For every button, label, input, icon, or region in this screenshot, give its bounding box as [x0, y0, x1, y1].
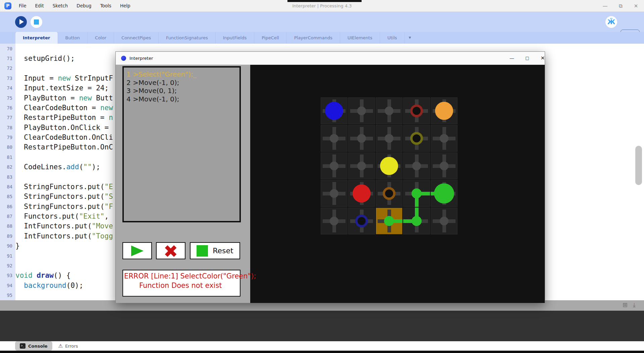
bottom-edge [0, 351, 644, 353]
brown-ring-icon [383, 187, 395, 200]
tab-inputfields[interactable]: InputFields [215, 32, 254, 44]
pipe-cell[interactable] [376, 208, 402, 234]
pipe-cell[interactable] [403, 208, 430, 234]
screen-edge-artifact [287, 0, 362, 2]
line-number: 91 [0, 253, 15, 259]
pipe-cell[interactable] [431, 152, 458, 179]
interpreter-clear-button[interactable] [156, 242, 185, 259]
pipe-cell[interactable] [348, 125, 375, 152]
interpreter-reset-button[interactable]: Reset [190, 242, 240, 259]
console-autoscroll-icon[interactable]: ⤓ [633, 301, 636, 309]
sketch-app-icon [121, 56, 126, 61]
code-text: PlayButton = new Butt [15, 94, 113, 102]
line-number: 95 [0, 293, 15, 298]
pipe-center-dot [384, 216, 394, 226]
pipe-cell[interactable] [403, 97, 430, 124]
code-text: Input = new StrInputF [15, 74, 113, 82]
line-number: 90 [0, 243, 15, 249]
pipe-center-dot [330, 217, 338, 225]
tab-utils[interactable]: Utils [380, 32, 405, 44]
green-square-icon [197, 245, 208, 257]
pipe-cell[interactable] [403, 125, 430, 152]
line-number: 92 [0, 263, 15, 268]
play-icon [19, 19, 24, 25]
pipe-cell[interactable] [348, 152, 375, 179]
line-number: 86 [0, 204, 15, 209]
sketch-minimize-icon[interactable]: — [507, 52, 517, 65]
pipe-center-dot [330, 189, 338, 198]
pipe-cell[interactable] [403, 180, 430, 207]
pipe-cell[interactable] [376, 125, 402, 152]
code-text: StringFunctors.put("E [15, 183, 113, 191]
warning-icon: ⚠ [58, 343, 63, 349]
tab-color[interactable]: Color [87, 32, 114, 44]
pipe-cell[interactable] [376, 152, 402, 179]
error-message-box: ERROR [Line:1] SelectColor("Green"); Fun… [122, 270, 240, 297]
pipe-cell[interactable] [376, 180, 402, 207]
sketch-close-icon[interactable]: ✕ [538, 52, 548, 65]
console-tab-bar: >_ Console ⚠ Errors [0, 341, 644, 351]
code-text: StringFunctors.put("S [15, 192, 113, 201]
debug-button[interactable]: Ӝ [605, 16, 617, 28]
pipe-cell[interactable] [321, 208, 347, 234]
tab-uielements[interactable]: UIElements [340, 32, 380, 44]
line-number: 78 [0, 125, 15, 130]
pipe-cell[interactable] [321, 97, 347, 124]
pipe-cell[interactable] [321, 180, 347, 207]
tab-interpreter[interactable]: Interpreter [15, 32, 58, 44]
console-output [0, 311, 644, 341]
tab-pipecell[interactable]: PipeCell [254, 32, 286, 44]
code-text: RestartPipeButton = n [15, 114, 113, 122]
code-text: setupGrid(); [15, 54, 75, 62]
line-number: 83 [0, 174, 15, 180]
tab-button[interactable]: Button [58, 32, 88, 44]
run-button[interactable] [15, 16, 27, 28]
tab-errors[interactable]: ⚠ Errors [58, 343, 78, 349]
sketch-canvas-area: 1 >Select("Green");_2 >Move(-1, 0);3 >Mo… [116, 65, 545, 303]
pipe-center-dot [385, 134, 393, 143]
minimize-icon[interactable]: — [602, 3, 608, 9]
console-copy-icon[interactable]: ⊞ [623, 301, 628, 308]
error-line-2: Function Does not exist [123, 281, 240, 290]
tab-functionsignatures[interactable]: FunctionSignatures [158, 32, 215, 44]
pipe-cell[interactable] [431, 180, 458, 207]
navy-ring-icon [355, 215, 368, 227]
interpreter-line: 3 >Move(0, 1); [126, 87, 239, 95]
sketch-maximize-icon[interactable]: □ [522, 52, 532, 65]
pipe-center-dot [357, 106, 366, 115]
line-number: 84 [0, 184, 15, 189]
tab-connectpipes[interactable]: ConnectPipes [114, 32, 158, 44]
pipe-cell[interactable] [431, 125, 458, 152]
pipe-cell[interactable] [348, 180, 375, 207]
line-number: 72 [0, 65, 15, 71]
interpreter-code-panel: 1 >Select("Green");_2 >Move(-1, 0);3 >Mo… [122, 66, 241, 222]
stop-button[interactable] [31, 16, 42, 28]
interpreter-line-active: 1 >Select("Green");_ [126, 70, 239, 79]
interpreter-run-button[interactable] [122, 242, 152, 259]
terminal-icon: >_ [20, 343, 25, 349]
pipe-center-dot [357, 162, 366, 170]
editor-scrollbar-thumb[interactable] [635, 146, 642, 185]
code-text: ClearCodeButton.OnCli [15, 133, 113, 141]
tab-playercommands[interactable]: PlayerCommands [286, 32, 340, 44]
pipe-grid [320, 97, 458, 235]
tab-console[interactable]: >_ Console [15, 341, 52, 351]
pipe-cell[interactable] [376, 97, 402, 124]
pipe-cell[interactable] [348, 208, 375, 234]
blue-circle-icon [325, 102, 343, 120]
pipe-cell[interactable] [403, 152, 430, 179]
pipe-cell[interactable] [321, 125, 347, 152]
tab-overflow-chevron-icon[interactable]: ▼ [405, 32, 415, 44]
maximize-icon[interactable]: ⧉ [617, 3, 624, 9]
code-text: PlayButton.OnClick = [15, 124, 113, 132]
pipe-cell[interactable] [348, 97, 375, 124]
close-icon[interactable]: ✕ [633, 3, 639, 9]
sketch-titlebar[interactable]: Interpreter — □ ✕ [116, 52, 545, 65]
green-circle-icon [434, 183, 454, 204]
pipe-cell[interactable] [321, 152, 347, 179]
pipe-cell[interactable] [431, 208, 458, 234]
interpreter-line: 2 >Move(-1, 0); [126, 79, 239, 87]
line-number: 74 [0, 85, 15, 91]
pipe-cell[interactable] [431, 97, 458, 124]
line-number: 70 [0, 46, 15, 51]
